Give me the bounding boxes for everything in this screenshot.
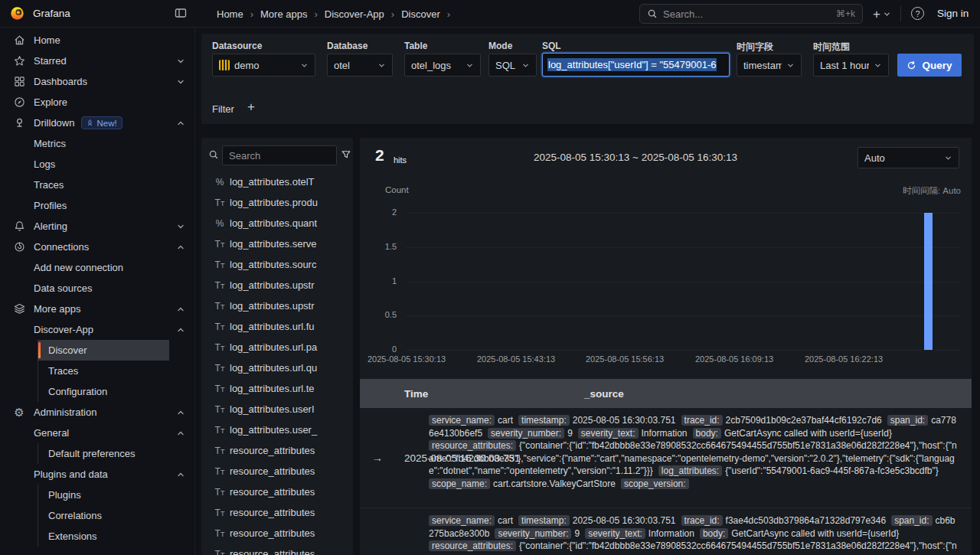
source-key: timestamp:: [518, 415, 570, 426]
source-value: GetCartAsync called with userId={userId}: [731, 528, 899, 539]
sidebar-item-label: Configuration: [48, 386, 107, 397]
sidebar-item-extensions[interactable]: Extensions: [38, 526, 169, 547]
datasource-select[interactable]: demo: [212, 54, 315, 77]
field-item[interactable]: TTresource_attributes: [201, 461, 353, 482]
sql-input[interactable]: log_attributes["userId"] = "55479001-6: [542, 53, 730, 77]
new-menu-button[interactable]: +: [873, 4, 891, 24]
source-value: Information: [642, 428, 688, 439]
time-range-select[interactable]: Last 1 hour: [813, 54, 889, 77]
sidebar-item-connections[interactable]: Connections: [0, 237, 194, 257]
mode-label: Mode: [488, 41, 512, 51]
sidebar-item-administration[interactable]: ⚙ Administration: [0, 402, 194, 423]
sidebar-toggle-icon[interactable]: [175, 7, 187, 19]
grafana-logo-icon: [9, 5, 25, 21]
plug-icon: [12, 240, 26, 254]
database-label: Database: [327, 41, 368, 51]
source-value: {"userId":"55479001-6ac9-445f-867a-fc3e5…: [725, 465, 939, 476]
interval-select[interactable]: Auto: [858, 147, 959, 168]
sidebar-item-data-sources[interactable]: Data sources: [0, 278, 194, 299]
sidebar-item-default-preferences[interactable]: Default preferences: [38, 443, 169, 464]
field-item[interactable]: TTlog_attributes.upstr: [201, 295, 353, 316]
breadcrumb-discover-app[interactable]: Discover-App: [325, 8, 384, 20]
sidebar-item-alerting[interactable]: Alerting: [0, 216, 194, 237]
field-item[interactable]: TTlog_attributes.url.te: [201, 378, 353, 399]
chevron-down-icon: [944, 154, 952, 162]
breadcrumb-discover[interactable]: Discover: [401, 8, 440, 20]
field-item[interactable]: TTlog_attributes.userI: [201, 399, 353, 420]
sidebar-item-label: Plugins and data: [34, 468, 108, 480]
y-tick: 0: [366, 344, 397, 354]
table-row[interactable]: → 2025-08-05 16:30:03.751 service_name:c…: [360, 408, 972, 508]
help-icon[interactable]: ?: [911, 7, 924, 20]
field-item[interactable]: TTresource_attributes: [201, 440, 353, 461]
query-button[interactable]: Query: [897, 54, 962, 77]
add-filter-button[interactable]: +: [247, 100, 255, 115]
source-key: body:: [700, 528, 728, 539]
source-key: service_name:: [429, 415, 495, 426]
sidebar-item-dashboards[interactable]: Dashboards: [0, 71, 194, 92]
chevron-down-icon: [883, 10, 891, 18]
field-item[interactable]: TTresource_attributes: [201, 482, 353, 502]
sidebar-item-add-new-connection[interactable]: Add new connection: [0, 257, 194, 278]
sidebar-item-plugins-and-data[interactable]: Plugins and data: [0, 464, 194, 485]
histogram-chart[interactable]: 2 1.5 1 0.5 0 2025-08-05 15:30:13 2025-0…: [360, 207, 961, 360]
sidebar-item-traces[interactable]: Traces: [0, 175, 194, 195]
field-item[interactable]: TTlog_attributes.url.qu: [201, 357, 353, 378]
sidebar-item-home[interactable]: Home: [0, 30, 194, 51]
field-item[interactable]: TTlog_attributes.serve: [201, 233, 353, 254]
source-value: 2025-08-05 16:30:03.751: [573, 515, 676, 526]
column-header-source: _source: [584, 388, 972, 400]
global-search-input[interactable]: Search... ⌘+k: [639, 4, 863, 24]
histogram-bar[interactable]: [924, 213, 933, 350]
sidebar-item-label: More apps: [34, 303, 80, 315]
source-key: scope_version:: [621, 478, 689, 489]
sidebar-item-discover-traces[interactable]: Traces: [38, 361, 169, 381]
sidebar-item-drilldown[interactable]: Drilldown New!: [0, 113, 194, 133]
time-field-select[interactable]: timestamp: [737, 54, 802, 77]
field-item[interactable]: TTlog_attributes.user_: [201, 420, 353, 440]
sidebar-item-label: Plugins: [48, 489, 81, 501]
sidebar-item-configuration[interactable]: Configuration: [38, 381, 169, 402]
field-search-input[interactable]: [222, 145, 337, 165]
sidebar-item-profiles[interactable]: Profiles: [0, 195, 194, 216]
breadcrumb-more-apps[interactable]: More apps: [260, 8, 307, 20]
sidebar-item-starred[interactable]: Starred: [0, 51, 194, 71]
field-item[interactable]: TTresource_attributes: [201, 502, 353, 523]
field-item[interactable]: TTlog_attributes.upstr: [201, 275, 353, 295]
field-item[interactable]: TTlog_attributes.url.pa: [201, 337, 353, 357]
mode-select[interactable]: SQL: [488, 54, 537, 77]
field-list: %log_attributes.otelT TTlog_attributes.p…: [201, 171, 353, 555]
field-item[interactable]: TTresource_attributes: [201, 544, 353, 555]
hits-count: 2: [375, 146, 384, 165]
table-select[interactable]: otel_logs: [404, 54, 481, 77]
sidebar-item-discover-app[interactable]: Discover-App: [0, 319, 194, 340]
sidebar-item-logs[interactable]: Logs: [0, 154, 194, 175]
breadcrumb-home[interactable]: Home: [217, 8, 243, 20]
sidebar-item-plugins[interactable]: Plugins: [38, 485, 169, 505]
sidebar-item-metrics[interactable]: Metrics: [0, 133, 194, 154]
field-item[interactable]: TTlog_attributes.sourc: [201, 254, 353, 275]
table-row[interactable]: service_name:carttimestamp:2025-08-05 16…: [360, 508, 972, 555]
filter-label: Filter: [212, 103, 234, 115]
results-panel: 2 hits 2025-08-05 15:30:13 ~ 2025-08-05 …: [360, 138, 972, 555]
field-item[interactable]: %log_attributes.quant: [201, 213, 353, 233]
source-key: span_id:: [887, 415, 928, 426]
expand-row-icon[interactable]: →: [372, 452, 383, 464]
sidebar-item-label: Logs: [34, 158, 55, 170]
field-item[interactable]: %log_attributes.otelT: [201, 171, 353, 192]
database-select[interactable]: otel: [327, 54, 393, 77]
filter-funnel-icon[interactable]: [341, 149, 351, 160]
y-tick: 1.5: [366, 242, 397, 251]
sidebar-item-explore[interactable]: Explore: [0, 92, 194, 113]
field-item[interactable]: TTlog_attributes.produ: [201, 192, 353, 213]
field-item[interactable]: TTresource_attributes: [201, 523, 353, 544]
sign-in-button[interactable]: Sign in: [937, 8, 969, 19]
grafana-brand[interactable]: Grafana: [9, 5, 70, 21]
grafana-discover-page: Grafana Home › More apps › Discover-App …: [0, 0, 980, 555]
sidebar-item-general[interactable]: General: [0, 423, 194, 443]
datasource-logo-icon: [219, 60, 230, 70]
sidebar-item-discover[interactable]: Discover: [38, 340, 169, 361]
field-item[interactable]: TTlog_attributes.url.fu: [201, 316, 353, 337]
sidebar-item-correlations[interactable]: Correlations: [38, 505, 169, 526]
sidebar-item-more-apps[interactable]: More apps: [0, 299, 194, 319]
